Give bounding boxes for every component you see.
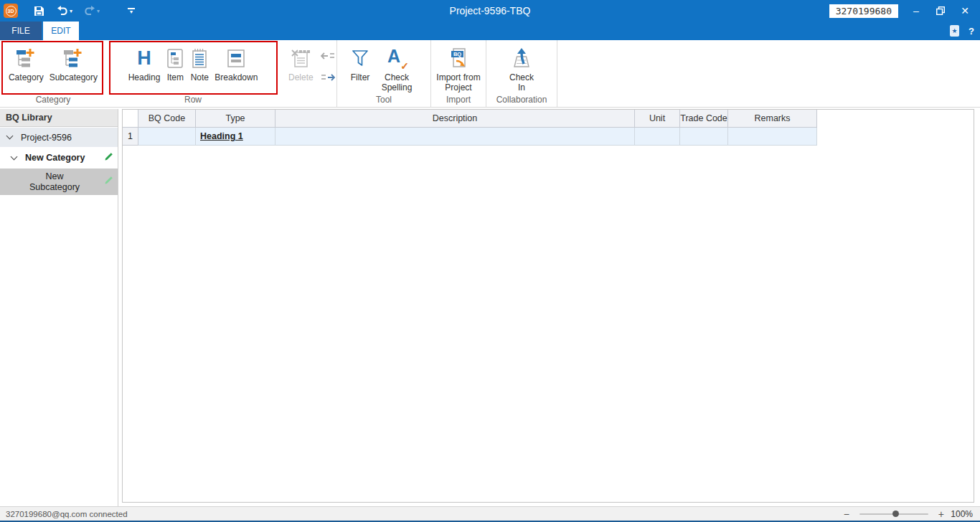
header-corner-cell — [123, 110, 138, 128]
import-from-project-button[interactable]: BQ Import from Project — [433, 44, 484, 92]
tabrow-right: ★ ? — [950, 22, 974, 40]
zoom-level: 100% — [947, 509, 973, 519]
delete-icon — [290, 44, 311, 72]
app-logo-icon: 3D — [4, 4, 18, 18]
note-button-label: Note — [191, 72, 209, 82]
group-label-import: Import — [431, 95, 486, 107]
tree-item-new-subcategory-label: New Subcategory — [20, 171, 89, 193]
connection-status: 3270199680@qq.com connected — [0, 510, 128, 518]
edit-pencil-icon[interactable] — [103, 176, 113, 188]
tree-item-new-subcategory[interactable]: New Subcategory — [0, 169, 118, 195]
row-number-cell[interactable]: 1 — [123, 128, 138, 146]
column-header-unit[interactable]: Unit — [635, 110, 680, 128]
ribbon-group-tool: Filter A ✓ Check Spelling Tool — [337, 40, 431, 107]
item-button[interactable]: Item — [166, 44, 184, 82]
bq-library-panel: BQ Library Project-9596 New Category New… — [0, 109, 118, 507]
item-icon — [166, 44, 184, 72]
cell-description[interactable] — [275, 128, 635, 146]
breakdown-button-label: Breakdown — [215, 72, 258, 82]
filter-button[interactable]: Filter — [350, 44, 370, 82]
breakdown-button[interactable]: Breakdown — [215, 44, 258, 82]
ribbon-group-row: H Heading Item — [106, 40, 280, 107]
check-spelling-button[interactable]: A ✓ Check Spelling — [376, 44, 418, 92]
ribbon-group-collaboration: Check In Collaboration — [486, 40, 557, 107]
restore-button[interactable] — [928, 0, 953, 22]
group-label-row: Row — [106, 95, 280, 107]
undo-button[interactable]: ▾ — [54, 0, 75, 22]
indent-button[interactable] — [321, 72, 335, 82]
check-spelling-button-label: Check Spelling — [376, 72, 418, 92]
category-button[interactable]: Category — [9, 44, 44, 82]
titlebar-right: 3270199680 – ✕ — [829, 0, 977, 22]
customize-quick-access-button[interactable]: ▾ — [123, 0, 140, 22]
check-in-button[interactable]: Check In — [506, 44, 537, 92]
tree-item-new-category[interactable]: New Category — [0, 148, 118, 168]
column-header-description[interactable]: Description — [275, 110, 635, 128]
column-header-type[interactable]: Type — [196, 110, 275, 128]
note-button[interactable]: Note — [190, 44, 209, 82]
tree-item-project[interactable]: Project-9596 — [0, 128, 118, 147]
tree-item-new-category-label: New Category — [25, 153, 85, 163]
cell-remarks[interactable] — [728, 128, 817, 146]
undo-dropdown-caret[interactable]: ▾ — [70, 8, 72, 14]
save-button[interactable] — [29, 0, 48, 22]
category-button-label: Category — [9, 72, 44, 82]
subcategory-button-label: Subcategory — [50, 72, 98, 82]
help-button[interactable]: ? — [969, 26, 974, 37]
delete-button-label: Delete — [288, 72, 314, 82]
zoom-slider-knob[interactable] — [892, 511, 899, 517]
cell-trade-code[interactable] — [680, 128, 728, 146]
check-in-button-label: Check In — [506, 72, 537, 92]
column-header-trade-code[interactable]: Trade Code — [680, 110, 728, 128]
breakdown-icon — [226, 44, 246, 72]
tab-file[interactable]: FILE — [0, 22, 42, 40]
delete-button[interactable]: Delete — [288, 44, 314, 82]
cell-type[interactable]: Heading 1 — [196, 128, 275, 146]
ribbon-group-import: BQ Import from Project Import — [431, 40, 486, 107]
heading-button-label: Heading — [128, 72, 161, 82]
indent-icon — [321, 72, 335, 82]
close-button[interactable]: ✕ — [953, 0, 977, 22]
redo-dropdown-caret[interactable]: ▾ — [97, 8, 100, 14]
outdent-button[interactable] — [321, 51, 335, 61]
window-title: Project-9596-TBQ — [215, 0, 765, 22]
bookmark-icon[interactable]: ★ — [950, 25, 959, 37]
account-id-box[interactable]: 3270199680 — [829, 4, 898, 18]
group-label-collaboration: Collaboration — [486, 95, 557, 107]
redo-icon — [84, 6, 95, 16]
table-header-row: BQ Code Type Description Unit Trade Code… — [123, 110, 974, 128]
check-spelling-icon: A ✓ — [386, 44, 407, 72]
level-buttons — [321, 51, 335, 82]
note-icon — [190, 44, 209, 72]
ribbon-group-category: Category Subcategory — [0, 40, 106, 107]
column-header-remarks[interactable]: Remarks — [728, 110, 817, 128]
subcategory-icon — [62, 44, 84, 72]
restore-icon — [936, 6, 945, 15]
minimize-button[interactable]: – — [904, 0, 928, 22]
filter-icon — [350, 44, 370, 72]
item-button-label: Item — [167, 72, 184, 82]
redo-button[interactable]: ▾ — [81, 0, 103, 22]
import-from-project-button-label: Import from Project — [433, 72, 484, 92]
cell-bq-code[interactable] — [138, 128, 196, 146]
ribbon-group-delete: Delete — [280, 40, 337, 107]
save-icon — [34, 6, 44, 16]
bq-table: BQ Code Type Description Unit Trade Code… — [122, 109, 974, 503]
subcategory-button[interactable]: Subcategory — [50, 44, 98, 82]
zoom-slider[interactable] — [859, 513, 928, 515]
edit-pencil-icon[interactable] — [103, 152, 113, 164]
zoom-out-button[interactable]: − — [841, 508, 852, 520]
cell-unit[interactable] — [635, 128, 680, 146]
category-icon — [15, 44, 37, 72]
column-header-bq-code[interactable]: BQ Code — [138, 110, 196, 128]
table-row: 1 Heading 1 — [123, 128, 974, 146]
chevron-down-icon[interactable] — [6, 133, 14, 140]
chevron-down-icon[interactable] — [11, 153, 18, 160]
status-bar: 3270199680@qq.com connected − + 100% — [0, 506, 980, 521]
outdent-icon — [321, 51, 335, 61]
heading-button[interactable]: H Heading — [128, 44, 161, 82]
tab-edit[interactable]: EDIT — [43, 22, 79, 40]
zoom-in-button[interactable]: + — [936, 508, 947, 520]
group-label-delete — [280, 95, 336, 107]
check-in-icon — [511, 44, 532, 72]
